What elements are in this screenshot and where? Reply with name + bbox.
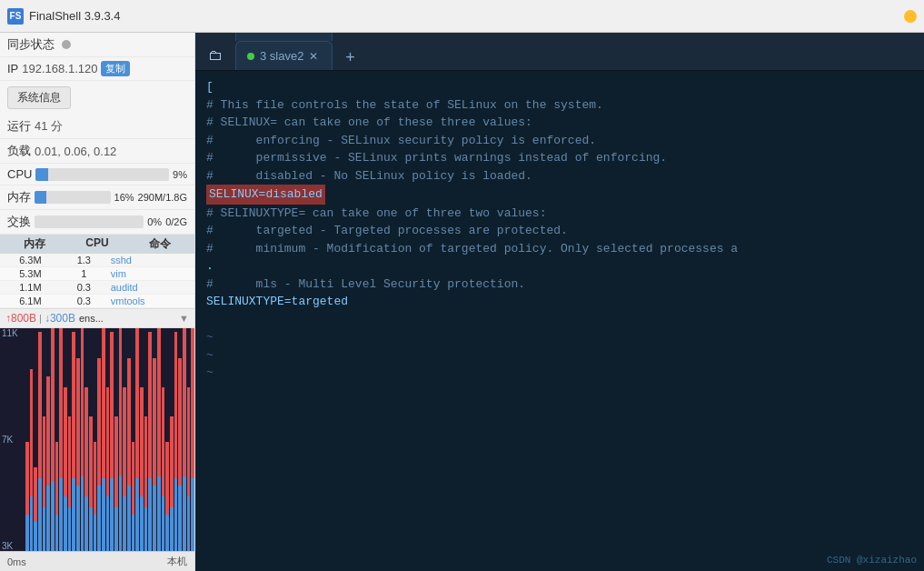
- tab-item-1[interactable]: 2 slave1 ✕: [235, 33, 333, 41]
- chart-bar: [132, 328, 135, 551]
- swap-label: 交换: [7, 214, 31, 230]
- process-rows: 6.3M 1.3 sshd 5.3M 1 vim 1.1M 0.3 auditd…: [0, 254, 194, 308]
- content-area: 🗀 1 master ✕ 2 slave1 ✕ 3 slave2 ✕ + [# …: [195, 33, 924, 571]
- swap-detail: 0/2G: [165, 216, 187, 227]
- chart-bar: [43, 328, 46, 551]
- tab-item-2[interactable]: 3 slave2 ✕: [235, 41, 333, 70]
- app-icon-text: FS: [10, 11, 22, 21]
- runtime-value: 41 分: [35, 118, 63, 135]
- ip-row: IP 192.168.1.120 复制: [0, 57, 194, 81]
- chart-bar: [64, 328, 67, 551]
- term-line-16: ~: [206, 364, 913, 382]
- chart-bar: [46, 328, 50, 551]
- proc-cpu: 1.3: [57, 255, 111, 265]
- term-line-6: SELINUX=disabled: [206, 185, 913, 205]
- net-interface: ens...: [79, 313, 104, 324]
- term-line-9: # minimum - Modification of targeted pol…: [206, 240, 913, 258]
- chart-label-11k: 11K: [2, 328, 18, 338]
- chart-label-7k: 7K: [2, 435, 18, 445]
- minimize-button[interactable]: [904, 10, 917, 23]
- header-mem: 内存: [4, 236, 66, 252]
- term-highlight: SELINUX=disabled: [206, 185, 325, 205]
- header-cpu: CPU: [66, 236, 129, 252]
- term-line-15: ~: [206, 346, 913, 365]
- chart-bar: [183, 328, 186, 551]
- chart-bar: [135, 328, 139, 551]
- chart-bar: [165, 328, 169, 551]
- chart-bar: [174, 328, 178, 551]
- chart-bar: [76, 328, 80, 551]
- chart-bar: [72, 328, 75, 551]
- runtime-row: 运行 41 分: [0, 115, 194, 139]
- chart-bar: [140, 328, 144, 551]
- mem-progress-fill: [35, 191, 46, 204]
- chart-bar: [81, 328, 84, 551]
- term-line-13: [206, 311, 913, 329]
- table-row: 1.1M 0.3 auditd: [0, 281, 194, 295]
- cpu-progress-bar: [35, 168, 169, 181]
- chart-bar: [59, 328, 63, 551]
- cpu-progress-fill: [35, 168, 47, 181]
- add-tab-button[interactable]: +: [338, 45, 363, 70]
- app-icon: FS: [7, 8, 24, 25]
- term-line-8: # targeted - Targeted processes are prot…: [206, 222, 913, 240]
- chart-bar: [187, 328, 191, 551]
- folder-button[interactable]: 🗀: [199, 41, 232, 70]
- tab-close-2[interactable]: ✕: [309, 51, 318, 62]
- chart-bar: [30, 328, 34, 551]
- titlebar: FS FinalShell 3.9.3.4: [0, 0, 924, 33]
- term-line-3: # enforcing - SELinux security policy is…: [206, 132, 913, 150]
- term-line-5: # disabled - No SELinux policy is loaded…: [206, 167, 913, 185]
- sysinfo-button[interactable]: 系统信息: [7, 86, 71, 109]
- chart-y-labels: 11K 7K 3K: [2, 328, 18, 551]
- terminal-content: [# This file controls the state of SELin…: [206, 78, 913, 382]
- cpu-label: CPU: [7, 167, 32, 181]
- chart-bar: [94, 328, 97, 551]
- chart-bars: [25, 328, 194, 551]
- net-expand-icon[interactable]: ▼: [179, 313, 189, 324]
- chart-bar: [97, 328, 101, 551]
- header-cmd: 命令: [128, 236, 191, 252]
- chart-bar: [106, 328, 110, 551]
- table-row: 6.1M 0.3 vmtools: [0, 295, 194, 308]
- location-value: 本机: [167, 555, 187, 568]
- sysinfo-row: 系统信息: [0, 81, 194, 115]
- sidebar: 同步状态 IP 192.168.1.120 复制 系统信息 运行 41 分 负载…: [0, 33, 195, 571]
- mem-percent: 16%: [114, 192, 134, 203]
- cpu-row: CPU 9%: [0, 164, 194, 185]
- term-line-11: # mls - Multi Level Security protection.: [206, 275, 913, 294]
- mem-row: 内存 16% 290M/1.8G: [0, 185, 194, 210]
- chart-bar: [102, 328, 105, 551]
- proc-cpu: 0.3: [57, 282, 111, 293]
- term-line-12: SELINUXTYPE=targeted: [206, 293, 913, 311]
- network-header: ↑800B | ↓300B ens... ▼: [0, 309, 194, 328]
- chart-bar: [119, 328, 123, 551]
- chart-bar: [123, 328, 126, 551]
- net-up-label: ↑800B: [5, 312, 36, 325]
- term-line-10: .: [206, 257, 913, 275]
- sync-dot: [62, 40, 71, 49]
- proc-mem: 1.1M: [4, 282, 57, 293]
- tab-dot-2: [247, 53, 254, 60]
- chart-bar: [25, 328, 29, 551]
- chart-bar: [191, 328, 194, 551]
- chart-bar: [178, 328, 182, 551]
- tab-label-1: 2 slave1: [260, 33, 303, 34]
- mem-label: 内存: [7, 189, 31, 205]
- bottom-bar: 0ms 本机: [0, 551, 194, 571]
- swap-percent: 0%: [147, 216, 162, 227]
- network-section: ↑800B | ↓300B ens... ▼ 11K 7K 3K: [0, 308, 194, 551]
- term-line-14: ~: [206, 328, 913, 346]
- proc-cpu: 1: [57, 268, 111, 279]
- terminal[interactable]: [# This file controls the state of SELin…: [195, 71, 924, 571]
- ping-value: 0ms: [7, 556, 26, 567]
- copy-button[interactable]: 复制: [101, 61, 130, 76]
- chart-bar: [153, 328, 156, 551]
- chart-bar: [68, 328, 72, 551]
- chart-bar: [89, 328, 93, 551]
- swap-progress-bar: [35, 215, 144, 228]
- term-line-4: # permissive - SELinux prints warnings i…: [206, 149, 913, 167]
- mem-detail: 290M/1.8G: [138, 192, 187, 203]
- chart-bar: [170, 328, 174, 551]
- chart-bar: [51, 328, 55, 551]
